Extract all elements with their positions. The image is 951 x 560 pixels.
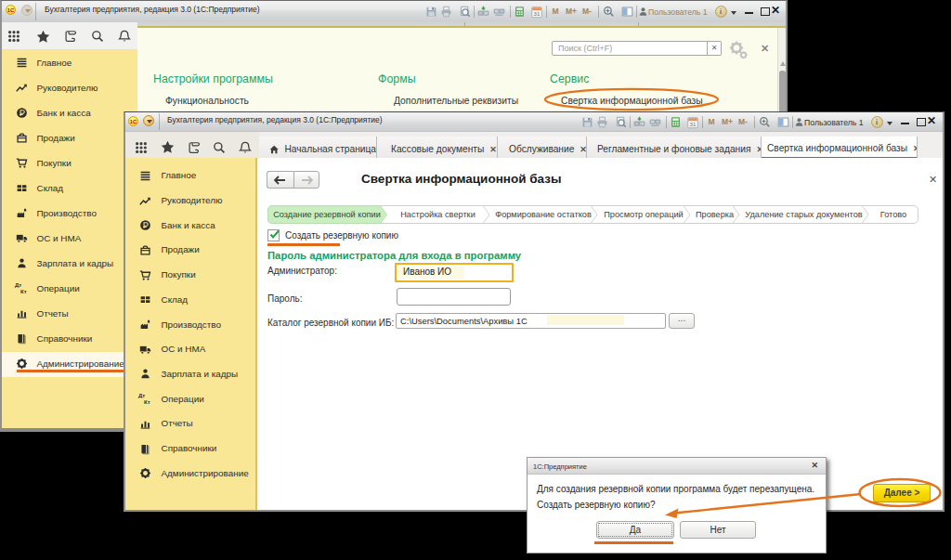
svg-text:Настройка свертки: Настройка свертки [400,210,476,219]
svg-text:Создание резервной копии: Создание резервной копии [273,210,381,219]
svg-text:Просмотр операций: Просмотр операций [604,210,683,219]
svg-text:Проверка: Проверка [696,210,735,219]
svg-text:Готово: Готово [880,210,906,219]
svg-text:Удаление старых документов: Удаление старых документов [745,210,862,219]
svg-text:Формирование остатков: Формирование остатков [495,210,592,219]
